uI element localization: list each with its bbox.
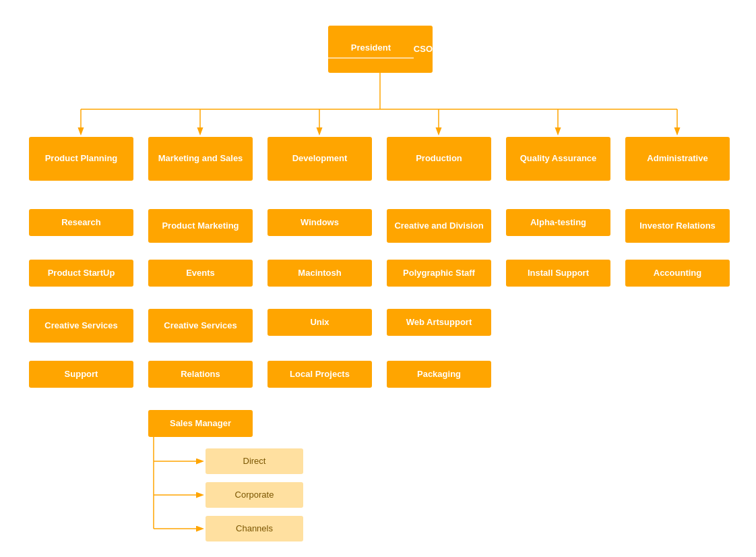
node-quality_assurance[interactable]: Quality Assurance	[506, 137, 610, 181]
node-product_planning[interactable]: Product Planning	[29, 137, 133, 181]
node-web_artsupport[interactable]: Web Artsupport	[387, 309, 491, 336]
node-corporate[interactable]: Corporate	[206, 482, 303, 508]
node-packaging[interactable]: Packaging	[387, 361, 491, 388]
node-creative_division[interactable]: Creative and Division	[387, 209, 491, 243]
node-direct[interactable]: Direct	[206, 448, 303, 474]
node-production[interactable]: Production	[387, 137, 491, 181]
node-development[interactable]: Development	[267, 137, 372, 181]
node-macintosh[interactable]: Macintosh	[267, 260, 372, 287]
org-chart: PresidentCSOProduct PlanningMarketing an…	[0, 0, 756, 27]
node-relations[interactable]: Relations	[148, 361, 253, 388]
node-creative_services_1[interactable]: Creative Services	[29, 309, 133, 343]
node-alpha_testing[interactable]: Alpha-testing	[506, 209, 610, 236]
node-product_marketing[interactable]: Product Marketing	[148, 209, 253, 243]
node-accounting[interactable]: Accounting	[625, 260, 730, 287]
node-president[interactable]: PresidentCSO	[328, 26, 433, 73]
node-research[interactable]: Research	[29, 209, 133, 236]
node-events[interactable]: Events	[148, 260, 253, 287]
node-creative_services_2[interactable]: Creative Services	[148, 309, 253, 343]
node-polygraphic_staff[interactable]: Polygraphic Staff	[387, 260, 491, 287]
node-product_startup[interactable]: Product StartUp	[29, 260, 133, 287]
node-support[interactable]: Support	[29, 361, 133, 388]
node-marketing_sales[interactable]: Marketing and Sales	[148, 137, 253, 181]
node-channels[interactable]: Channels	[206, 516, 303, 541]
node-sales_manager[interactable]: Sales Manager	[148, 410, 253, 437]
node-local_projects[interactable]: Local Projects	[267, 361, 372, 388]
node-install_support[interactable]: Install Support	[506, 260, 610, 287]
node-investor_relations[interactable]: Investor Relations	[625, 209, 730, 243]
node-unix[interactable]: Unix	[267, 309, 372, 336]
node-windows[interactable]: Windows	[267, 209, 372, 236]
node-administrative[interactable]: Administrative	[625, 137, 730, 181]
